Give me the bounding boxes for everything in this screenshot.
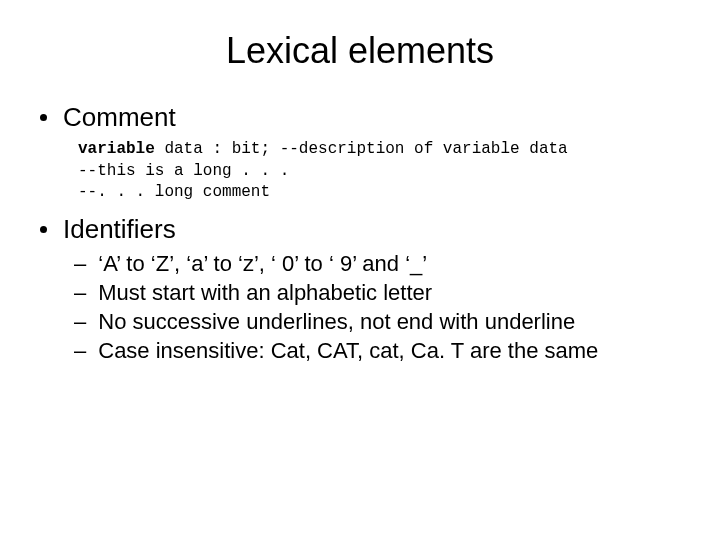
code-block: variable data : bit; --description of va…	[78, 139, 680, 204]
list-item: – Case insensitive: Cat, CAT, cat, Ca. T…	[74, 338, 680, 364]
code-keyword: variable	[78, 140, 155, 158]
code-line1-rest: data : bit; --description of variable da…	[155, 140, 568, 158]
bullet-comment-label: Comment	[63, 102, 176, 133]
list-item: – No successive underlines, not end with…	[74, 309, 680, 335]
code-line2: --this is a long . . .	[78, 162, 289, 180]
list-item-text: ‘A’ to ‘Z’, ‘a’ to ‘z’, ‘ 0’ to ‘ 9’ and…	[98, 251, 427, 277]
list-item-text: Must start with an alphabetic letter	[98, 280, 432, 306]
dash-icon: –	[74, 309, 86, 335]
bullet-identifiers-label: Identifiers	[63, 214, 176, 245]
code-line3: --. . . long comment	[78, 183, 270, 201]
list-item: – Must start with an alphabetic letter	[74, 280, 680, 306]
dash-icon: –	[74, 280, 86, 306]
slide: Lexical elements Comment variable data :…	[0, 0, 720, 540]
list-item-text: Case insensitive: Cat, CAT, cat, Ca. T a…	[98, 338, 598, 364]
dash-icon: –	[74, 251, 86, 277]
slide-title: Lexical elements	[40, 30, 680, 72]
list-item-text: No successive underlines, not end with u…	[98, 309, 575, 335]
identifiers-sublist: – ‘A’ to ‘Z’, ‘a’ to ‘z’, ‘ 0’ to ‘ 9’ a…	[74, 251, 680, 364]
bullet-comment: Comment	[40, 102, 680, 133]
bullet-identifiers: Identifiers	[40, 214, 680, 245]
bullet-dot-icon	[40, 226, 47, 233]
list-item: – ‘A’ to ‘Z’, ‘a’ to ‘z’, ‘ 0’ to ‘ 9’ a…	[74, 251, 680, 277]
dash-icon: –	[74, 338, 86, 364]
bullet-dot-icon	[40, 114, 47, 121]
